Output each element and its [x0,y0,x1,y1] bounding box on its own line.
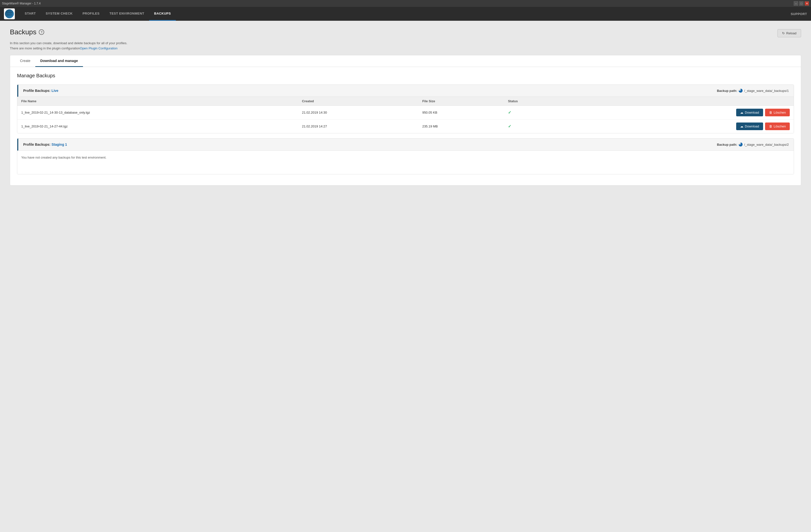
profile-link-staging1[interactable]: Staging 1 [51,142,67,147]
empty-spacer-staging1 [17,164,794,174]
profile-prefix-live: Profile Backups: [23,89,51,93]
file-size-1: 950.05 KB [418,106,504,120]
help-icon[interactable]: ? [39,29,44,35]
page-description-1: In this section you can create, download… [10,41,801,45]
profile-header-title-live: Profile Backups: Live [23,89,58,93]
file-size-2: 235.19 MB [418,120,504,133]
path-icon-staging1 [739,142,743,147]
reload-icon: ↻ [782,31,785,35]
nav-item-start[interactable]: START [20,7,41,21]
tabs: Create Download and manage [10,55,801,67]
tab-download-manage[interactable]: Download and manage [35,55,83,67]
file-table-body-live: 1_live_2019-02-21_14-30-13_database_only… [17,106,794,133]
backup-path-value-staging1: /_stage_ware_data/_backups/2 [744,143,789,147]
file-status-1: ✓ [504,106,569,120]
nav-item-test-environment[interactable]: TEST ENVIRONMENT [105,7,149,21]
page-header: Backups ? ↻ Reload [10,28,801,37]
download-button-2[interactable]: ☁ Download [736,122,763,130]
backup-path-staging1: Backup path: /_stage_ware_data/_backups/… [717,142,789,147]
backup-path-live: Backup path: /_stage_ware_data/_backups/… [717,89,789,93]
manage-title: Manage Backups [17,73,794,78]
delete-button-2[interactable]: 🗑 Löschen [765,122,790,130]
card-body: Manage Backups Profile Backups: Live Bac… [10,67,801,185]
page-title-area: Backups ? [10,28,44,36]
file-actions-2: ☁ Download 🗑 Löschen [569,120,794,133]
table-row: 1_live_2019-02-21_14-30-13_database_only… [17,106,794,120]
file-created-1: 21.02.2019 14:30 [298,106,418,120]
trash-icon-2: 🗑 [769,124,772,128]
navbar: StageWare START SYSTEM CHECK PROFILES TE… [0,7,811,21]
profile-prefix-staging1: Profile Backups: [23,142,51,147]
nav-item-profiles[interactable]: PROFILES [78,7,105,21]
table-row: 1_live_2019-02-21_14-27-44.tgz 21.02.201… [17,120,794,133]
page-title: Backups ? [10,28,44,36]
main-content: Backups ? ↻ Reload In this section you c… [0,21,811,532]
file-status-2: ✓ [504,120,569,133]
profile-header-title-staging1: Profile Backups: Staging 1 [23,142,67,147]
title-bar: StageWare® Manager - 1.7.4 – □ ✕ [0,0,811,7]
download-cloud-icon-1: ☁ [740,111,743,115]
action-cell-2: ☁ Download 🗑 Löschen [573,122,790,130]
col-size-live: File Size [418,97,504,106]
profile-link-live[interactable]: Live [51,89,58,93]
backup-path-label-live: Backup path: [717,89,737,93]
page-description-2: There are more setting in the plugin con… [10,46,801,50]
main-card: Create Download and manage Manage Backup… [10,55,801,185]
logo-icon: StageWare [5,10,14,18]
profile-section-staging1: Profile Backups: Staging 1 Backup path: … [17,138,794,174]
maximize-button[interactable]: □ [799,1,804,6]
file-table-wrapper-live: File Name Created File Size Status 1_liv… [17,97,794,133]
reload-button[interactable]: ↻ Reload [777,29,801,37]
nav-item-system-check[interactable]: SYSTEM CHECK [41,7,78,21]
file-created-2: 21.02.2019 14:27 [298,120,418,133]
backup-path-label-staging1: Backup path: [717,143,737,147]
action-cell-1: ☁ Download 🗑 Löschen [573,109,790,116]
download-cloud-icon-2: ☁ [740,124,743,128]
status-check-icon-1: ✓ [508,110,511,115]
minimize-button[interactable]: – [794,1,798,6]
status-check-icon-2: ✓ [508,124,511,128]
download-button-1[interactable]: ☁ Download [736,109,763,116]
empty-message-staging1: You have not created any backups for thi… [17,151,794,164]
app-logo: StageWare [4,9,15,19]
nav-support[interactable]: SUPPORT [791,12,807,16]
trash-icon-1: 🗑 [769,111,772,115]
nav-item-backups[interactable]: BACKUPS [149,7,176,21]
profile-header-staging1: Profile Backups: Staging 1 Backup path: … [17,139,794,151]
file-name-1: 1_live_2019-02-21_14-30-13_database_only… [17,106,298,120]
plugin-config-link[interactable]: Open Plugin Configuration [80,46,118,50]
nav-items: START SYSTEM CHECK PROFILES TEST ENVIRON… [20,7,791,21]
file-table-header-row: File Name Created File Size Status [17,97,794,106]
col-name-live: File Name [17,97,298,106]
delete-button-1[interactable]: 🗑 Löschen [765,109,790,116]
profile-header-live: Profile Backups: Live Backup path: /_sta… [17,85,794,97]
file-table-live: File Name Created File Size Status 1_liv… [17,97,794,133]
col-status-live: Status [504,97,569,106]
app-title: StageWare® Manager - 1.7.4 [2,2,41,5]
tab-create[interactable]: Create [15,55,35,67]
col-created-live: Created [298,97,418,106]
file-table-head-live: File Name Created File Size Status [17,97,794,106]
reload-label: Reload [786,31,796,35]
file-actions-1: ☁ Download 🗑 Löschen [569,106,794,120]
file-name-2: 1_live_2019-02-21_14-27-44.tgz [17,120,298,133]
col-actions-live [569,97,794,106]
backup-path-value-live: /_stage_ware_data/_backups/1 [744,89,789,93]
close-button[interactable]: ✕ [805,1,809,6]
window-controls: – □ ✕ [794,1,809,6]
profile-section-live: Profile Backups: Live Backup path: /_sta… [17,85,794,133]
path-icon-live [739,89,743,93]
